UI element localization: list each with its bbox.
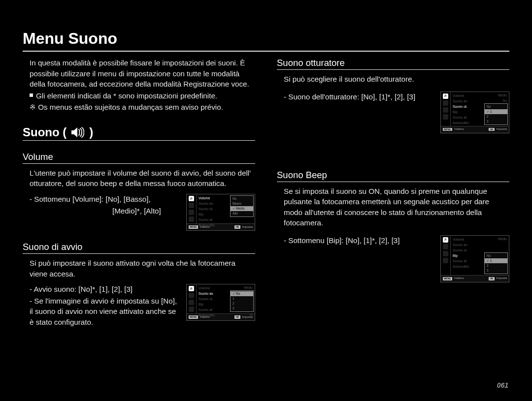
speaker-icon [71,127,84,138]
volume-screenshot: 🔊 Volume▶ Suono av. Suono ot. Bip Suon [186,194,255,231]
beep-screenshot: 🔊 VolumeMedio Suono av. Suono ot. Bip▶ [440,235,509,282]
heading-suono: Suono ( ) [23,125,255,141]
avvio-line1: - Avvio suono: [No]*, [1], [2], [3] [23,284,179,295]
right-column: Suono otturatore Si può scegliere il suo… [277,58,509,329]
otturatore-screenshot: 🔊 VolumeMedio Suono av.No Suono ot.▶ Bip [440,92,509,133]
tab-icon [189,216,194,222]
volume-submenu-1: - Sottomenu [Volume]: [No], [Basso], [23,194,179,205]
square-bullet-icon [30,93,33,97]
otturatore-line1: - Suono dell'otturatore: [No], [1]*, [2]… [277,92,433,102]
sound-tab-icon: 🔊 [189,286,194,291]
avvio-screenshot: 🔊 VolumeMedio Suono av.▶ Suono ot. Bip [186,284,255,321]
ok-button-icon: OK [489,128,495,131]
page-title: Menu Suono [23,30,509,52]
volume-submenu-2: [Medio]*, [Alto] [23,206,179,216]
heading-suono-label: Suono ( [23,125,66,139]
otturatore-desc: Si può scegliere il suono dell'otturator… [277,74,509,85]
tab-icon [189,300,194,305]
volume-desc: L'utente può impostare il volume del suo… [23,168,255,189]
left-column: In questa modalità è possibile fissare l… [23,58,255,329]
page-number: 061 [497,381,508,389]
tab-icon [189,307,194,312]
intro-paragraph: In questa modalità è possibile fissare l… [23,58,255,90]
tab-icon [189,210,194,215]
heading-beep: Suono Beep [277,170,509,182]
menu-button-icon: MENU [189,315,198,319]
intro-bullet: Gli elementi indicati da * sono impostaz… [23,91,255,101]
menu-button-icon: MENU [443,128,452,131]
ok-button-icon: OK [489,277,495,280]
menu-button-icon: MENU [443,277,452,280]
heading-avvio: Suono di avvio [23,242,255,254]
tab-icon [443,114,448,120]
heading-otturatore: Suono otturatore [277,58,509,70]
tab-icon [189,293,194,298]
intro-note: ※ Os menus estão sujeitos a mudanças sem… [23,102,255,113]
tab-icon [443,258,448,263]
sound-tab-icon: 🔊 [189,196,194,201]
tab-icon [443,107,448,113]
sound-tab-icon: 🔊 [443,237,448,243]
beep-line1: - Sottomenu [Bip]: [No], [1]*, [2], [3] [277,235,433,246]
menu-button-icon: MENU [189,225,198,229]
avvio-desc: Si può impostare il suono attivato ogni … [23,258,255,279]
tab-icon [189,203,194,208]
heading-volume: Volume [23,152,255,164]
tab-icon [443,244,448,249]
heading-suono-close: ) [89,125,93,139]
ok-button-icon: OK [234,315,240,319]
tab-icon [443,251,448,256]
ok-button-icon: OK [234,225,240,229]
sound-tab-icon: 🔊 [443,93,448,99]
beep-desc: Se si imposta il suono su ON, quando si … [277,186,509,228]
avvio-line2: - Se l'immagine di avvio è impostata su … [23,296,179,328]
tab-icon [443,100,448,106]
intro-bullet-text: Gli elementi indicati da * sono impostaz… [36,91,217,101]
